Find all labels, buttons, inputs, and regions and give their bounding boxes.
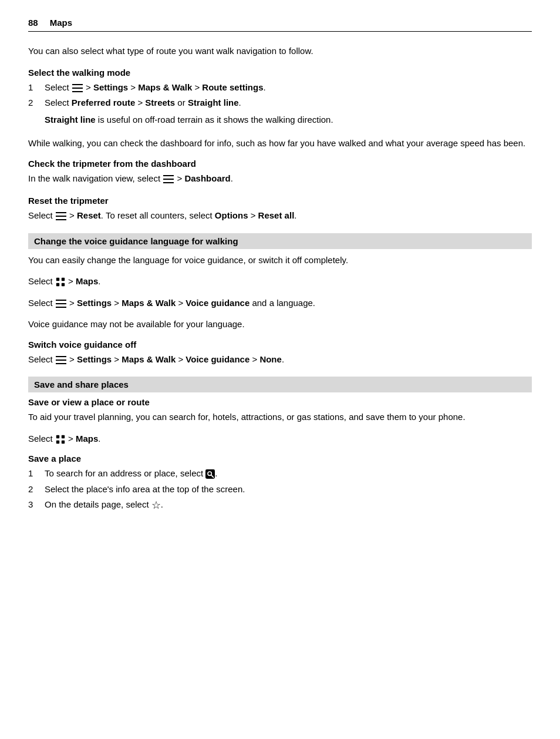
voice-guidance-header: Change the voice guidance language for w… — [28, 233, 532, 249]
list-num-1: 1 — [28, 81, 45, 95]
apps-icon-2 — [55, 434, 66, 445]
menu-icon-5 — [56, 356, 66, 364]
page-content: 88 Maps You can also select what type of… — [0, 0, 560, 546]
tripmeter-reset-text: Select > Reset. To reset all counters, s… — [28, 209, 532, 223]
select-label-1: Select — [45, 82, 72, 92]
section-walking-mode: Select the walking mode 1 Select > Setti… — [28, 68, 532, 127]
switch-voice-off-text: Select > Settings > Maps & Walk > Voice … — [28, 353, 532, 367]
svg-rect-1 — [62, 278, 65, 281]
intro-paragraph: You can also select what type of route y… — [28, 45, 532, 58]
walking-paragraph: While walking, you can check the dashboa… — [28, 137, 532, 150]
list-content-1: Select > Settings > Maps & Walk > Route … — [45, 81, 532, 95]
switch-voice-off-heading: Switch voice guidance off — [28, 340, 532, 350]
list-item: 2 Select the place's info area at the to… — [28, 483, 532, 496]
save-list-content-3: On the details page, select ☆. — [45, 498, 532, 512]
save-share-intro: To aid your travel planning, you can sea… — [28, 411, 532, 424]
apps-icon-1 — [55, 277, 66, 287]
list-item: 1 To search for an address or place, sel… — [28, 467, 532, 481]
step1-text: > Settings > Maps & Walk > Route setting… — [86, 82, 266, 92]
save-list-content-1: To search for an address or place, selec… — [45, 467, 532, 481]
voice-guidance-note: Voice guidance may not be available for … — [28, 318, 532, 331]
section-save-share: Save and share places Save or view a pla… — [28, 377, 532, 512]
section-tripmeter-check: Check the tripmeter from the dashboard I… — [28, 159, 532, 186]
search-icon — [205, 469, 215, 479]
svg-rect-2 — [56, 283, 59, 286]
menu-icon-4 — [56, 300, 66, 308]
page-title: Maps — [50, 18, 72, 28]
star-icon: ☆ — [151, 500, 161, 510]
list-item: 1 Select > Settings > Maps & Walk > Rout… — [28, 81, 532, 95]
save-list-content-2: Select the place's info area at the top … — [45, 483, 532, 496]
select-settings-voice: Select > Settings > Maps & Walk > Voice … — [28, 297, 532, 310]
straight-line-note: Straight line is useful on off-road terr… — [45, 113, 532, 127]
list-num-2: 2 — [28, 96, 45, 110]
svg-rect-4 — [56, 435, 59, 438]
save-list-num-3: 3 — [28, 498, 45, 512]
list-content-2: Select Preferred route > Streets or Stra… — [45, 96, 532, 110]
section-tripmeter-reset: Reset the tripmeter Select > Reset. To r… — [28, 196, 532, 223]
tripmeter-check-heading: Check the tripmeter from the dashboard — [28, 159, 532, 169]
page-header: 88 Maps — [28, 18, 532, 32]
list-item: 2 Select Preferred route > Streets or St… — [28, 96, 532, 110]
svg-rect-5 — [62, 435, 65, 438]
tripmeter-check-text: In the walk navigation view, select > Da… — [28, 172, 532, 186]
save-place-list: 1 To search for an address or place, sel… — [28, 467, 532, 512]
save-place-heading: Save a place — [28, 454, 532, 463]
svg-rect-0 — [56, 278, 59, 281]
tripmeter-reset-heading: Reset the tripmeter — [28, 196, 532, 206]
save-list-num-2: 2 — [28, 483, 45, 496]
save-list-num-1: 1 — [28, 467, 45, 481]
svg-rect-3 — [62, 283, 65, 286]
section-voice-guidance: Change the voice guidance language for w… — [28, 233, 532, 367]
menu-icon-3 — [56, 212, 66, 220]
select-maps-2: Select > Maps. — [28, 432, 532, 446]
select-label-2: Select Preferred route > Streets or Stra… — [45, 98, 241, 108]
menu-icon-1 — [72, 84, 83, 92]
list-item: 3 On the details page, select ☆. — [28, 498, 532, 512]
walking-mode-list: 1 Select > Settings > Maps & Walk > Rout… — [28, 81, 532, 110]
voice-guidance-intro: You can easily change the language for v… — [28, 254, 532, 267]
save-view-heading: Save or view a place or route — [28, 397, 532, 407]
page-number: 88 — [28, 18, 38, 28]
svg-rect-7 — [62, 440, 65, 443]
menu-icon-2 — [163, 175, 174, 183]
walking-mode-heading: Select the walking mode — [28, 68, 532, 78]
select-maps-1: Select > Maps. — [28, 275, 532, 288]
svg-rect-6 — [56, 440, 59, 443]
save-share-header: Save and share places — [28, 377, 532, 392]
